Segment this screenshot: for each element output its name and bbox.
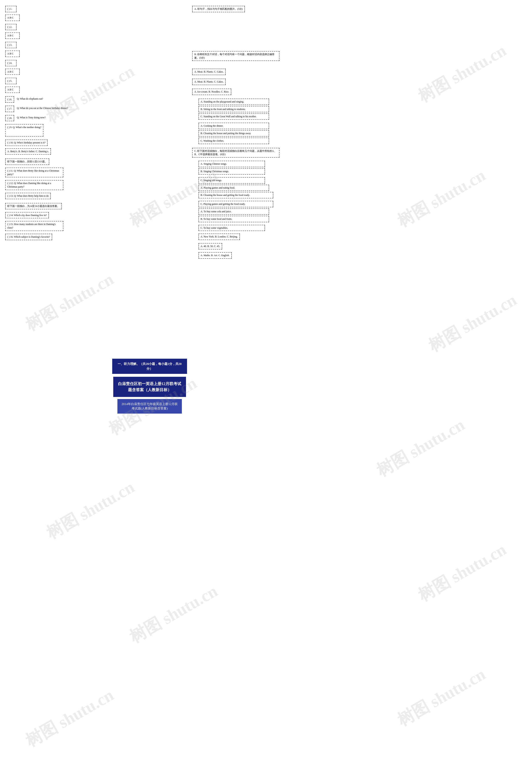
q9-answers-group: A. Standing on the playground and singin…: [198, 98, 519, 120]
q8-question-text: Q: What is Tony doing now?: [16, 115, 47, 120]
q14-text: ( ) 14. Which city does Daming live in?: [7, 214, 47, 217]
q3-abc-row: A B C: [5, 50, 107, 57]
watermark-r5: 树图 shutu.cn: [414, 538, 510, 607]
q7-answers-row: A. Meat. B. Plants. C. Cakes.: [192, 79, 519, 85]
part-c-intro-row: C. 听下面对话或独白，每段对话或独白后都有几个问题，从题中所给的A、B、C中选…: [192, 148, 519, 158]
q5-abc: A B C: [5, 86, 20, 93]
watermark-7: 树图 shutu.cn: [22, 684, 118, 752]
q9-text: ( ) 9. Q: What's the mother doing?: [7, 126, 41, 129]
watermark-r6: 树图 shutu.cn: [393, 663, 489, 732]
q12-ans-b: B. Cleaning the house and getting the fo…: [198, 192, 273, 198]
q5-num: ( ) 5.: [5, 78, 17, 84]
q15-box: ( ) 15. How many students are there in D…: [5, 221, 63, 231]
q8-row: ( ) 8. Q: What is Tony doing now?: [5, 115, 107, 121]
q15-answers-row: A. New York. B. London. C. Beijing.: [198, 234, 519, 240]
q1-abc-row: A B C: [5, 14, 107, 21]
q7-answers: A. Meat. B. Plants. C. Cakes.: [192, 79, 226, 85]
q4-abc-row: A B C: [5, 69, 107, 75]
q13-ans-a: A. To buy some cola and juice.: [198, 208, 269, 215]
q14-box: ( ) 14. Which city does Daming live in?: [5, 212, 49, 218]
q10-choices: A. Betty's. B. Betty's father. C. Daming…: [5, 148, 51, 155]
q11-answers-group: A. Singing Chinese songs. B. Singing Chr…: [198, 161, 519, 175]
q11-box: ( ) 11. Q: What does Betty like doing at…: [5, 168, 63, 177]
main-title-box: 白庙责任区初一英语上册12月联考试题含答案（人教新目标）: [113, 377, 186, 397]
q13-box: ( ) 13. Q: What does Betty help him to d…: [5, 193, 51, 199]
q8-num-text: ( ) 8.: [5, 115, 14, 121]
q4-row: ( ) 4.: [5, 60, 107, 66]
q11-text: ( ) 11. Q: What does Betty like doing at…: [7, 169, 59, 176]
q13-c-group: C. To buy some vegetables.: [198, 225, 519, 231]
q16-row: ( ) 16. Which subject is Daming's favori…: [5, 234, 107, 240]
q15-text: ( ) 15. How many students are there in D…: [7, 223, 56, 229]
q12-text: ( ) 12. Q: What does Daming like doing a…: [7, 182, 51, 188]
q10-ans-b: B. Cleaning the house and putting the th…: [198, 130, 269, 137]
watermark-6: 树图 shutu.cn: [126, 580, 222, 648]
q15-answers: A. New York. B. London. C. Beijing.: [198, 234, 240, 240]
q9-ans-c: C. Standing on the Great Wall and talkin…: [198, 113, 269, 120]
main-content: ( ) 1. A B C ( ) 2. A B C ( ) 3. A B C (…: [0, 0, 524, 419]
q13-row: ( ) 13. Q: What does Betty help him to d…: [5, 193, 107, 199]
q10-choices-row: A. Betty's. B. Betty's father. C. Daming…: [5, 148, 107, 155]
right-column: A. 听句子，找出与句子相匹配的图片。(5分) B. 你将听到五个对话，每个对话…: [192, 5, 519, 414]
section-label: 一、听力理解。（共20小题，每小题1分，共20分）: [112, 359, 187, 374]
q6-answers: A. Meat. B. Plants. C. Cakes.: [192, 69, 226, 75]
q5-abc-row: A B C: [5, 86, 107, 93]
sub-title-box: 2014年白庙责任区七年级英语上册12月联考试题(人教新目标含答案): [118, 399, 182, 414]
q1-abc: A B C: [5, 14, 20, 21]
q6-num-text: ( ) 6.: [5, 96, 14, 103]
q5-row: ( ) 5.: [5, 78, 107, 84]
part-b-label: B. 你将听到五个对话，每个对话均有一个问题，根据对话内容选择正确答案。(5分): [192, 51, 279, 61]
q8-answers: A. Ice-cream. B. Noodles. C. Rice.: [192, 89, 231, 95]
center-column: 一、听力理解。（共20小题，每小题1分，共20分） 白庙责任区初一英语上册12月…: [108, 359, 191, 414]
q8-answers-row: A. Ice-cream. B. Noodles. C. Rice.: [192, 89, 519, 95]
part-d-intro-row: 听下面一段独白，回答11至13小题。: [5, 158, 107, 165]
q13-text: ( ) 13. Q: What does Betty help him to d…: [7, 195, 49, 197]
q9-ans-b: B. Sitting in the front and talking to s…: [198, 106, 269, 113]
q3-num: ( ) 3.: [5, 42, 17, 48]
part-a-label: A. 听句子，找出与句子相匹配的图片。(5分): [192, 6, 245, 12]
q10-ans-c: C. Washing the clothes.: [198, 138, 269, 144]
part-a-label-row: A. 听句子，找出与句子相匹配的图片。(5分): [192, 6, 519, 12]
part-e-intro-row: 听下面一段独白，为14至16小题选出最佳答案。: [5, 203, 107, 209]
q12-ans-c: C. Singing old songs.: [198, 177, 265, 183]
q12-box: ( ) 12. Q: What does Daming like doing a…: [5, 180, 63, 190]
q2-row: ( ) 2.: [5, 24, 107, 30]
watermark-r4: 树图 shutu.cn: [372, 414, 469, 482]
q15-row: ( ) 15. How many students are there in D…: [5, 221, 107, 231]
q13-ans-c-prev: C. Playing games and getting the food re…: [198, 201, 273, 207]
q16-box: ( ) 16. Which subject is Daming's favori…: [5, 234, 52, 240]
q12-answers-group: C. Singing old songs. A. Playing games a…: [198, 177, 519, 198]
q11-row: ( ) 11. Q: What does Betty like doing at…: [5, 168, 107, 177]
part-d-intro-box: 听下面一段独白，回答11至13小题。: [5, 158, 49, 165]
q14-row: ( ) 14. Which city does Daming live in?: [5, 212, 107, 218]
q10-row: ( ) 10. Q: Who's birthday present is it?: [5, 139, 107, 146]
part-b-label-row: B. 你将听到五个对话，每个对话均有一个问题，根据对话内容选择正确答案。(5分): [192, 51, 519, 61]
q13-answers-group: C. Playing games and getting the food re…: [198, 201, 519, 222]
q16-num-answers-row: A. 40. B. 50. C. 45.: [198, 243, 519, 249]
part-e-intro-box: 听下面一段独白，为14至16小题选出最佳答案。: [5, 203, 62, 209]
q16-answers-row: A. Maths. B. Art. C. English.: [198, 252, 519, 259]
q11-ans-b: B. Singing Christmas songs.: [198, 168, 265, 175]
q12-row: ( ) 12. Q: What does Daming like doing a…: [5, 180, 107, 190]
q16-answers: A. Maths. B. Art. C. English.: [198, 252, 232, 259]
q16-text: ( ) 16. Which subject is Daming's favori…: [7, 235, 50, 238]
q7-num-text: ( ) 7.: [5, 106, 14, 112]
q13-ans-b: B. To buy some food and fruits.: [198, 216, 269, 222]
q2-num: ( ) 2.: [5, 24, 17, 30]
q1-row: ( ) 1.: [5, 6, 107, 12]
q6-answers-row: A. Meat. B. Plants. C. Cakes.: [192, 69, 519, 75]
q10-answers-group: A. Cooking the dinner. B. Cleaning the h…: [198, 123, 519, 144]
q6-row: ( ) 6. Q: What do elephants eat?: [5, 96, 107, 103]
q3-abc: A B C: [5, 50, 20, 57]
watermark-5: 树图 shutu.cn: [43, 476, 139, 544]
q7-row: ( ) 7. Q: What do you eat at the Chinese…: [5, 106, 107, 112]
q3-row: ( ) 3.: [5, 42, 107, 48]
q11-ans-a: A. Singing Chinese songs.: [198, 161, 265, 167]
q10-ans-a: A. Cooking the dinner.: [198, 123, 269, 129]
q9-ans-a: A. Standing on the playground and singin…: [198, 98, 269, 105]
left-column: ( ) 1. A B C ( ) 2. A B C ( ) 3. A B C (…: [5, 5, 107, 414]
q12-ans-a: A. Playing games and eating food.: [198, 184, 269, 191]
part-c-intro: C. 听下面对话或独白，每段对话或独白后都有几个问题，从题中所给的A、B、C中选…: [192, 148, 279, 158]
q9-row: ( ) 9. Q: What's the mother doing?: [5, 124, 107, 137]
q4-abc: A B C: [5, 69, 20, 75]
